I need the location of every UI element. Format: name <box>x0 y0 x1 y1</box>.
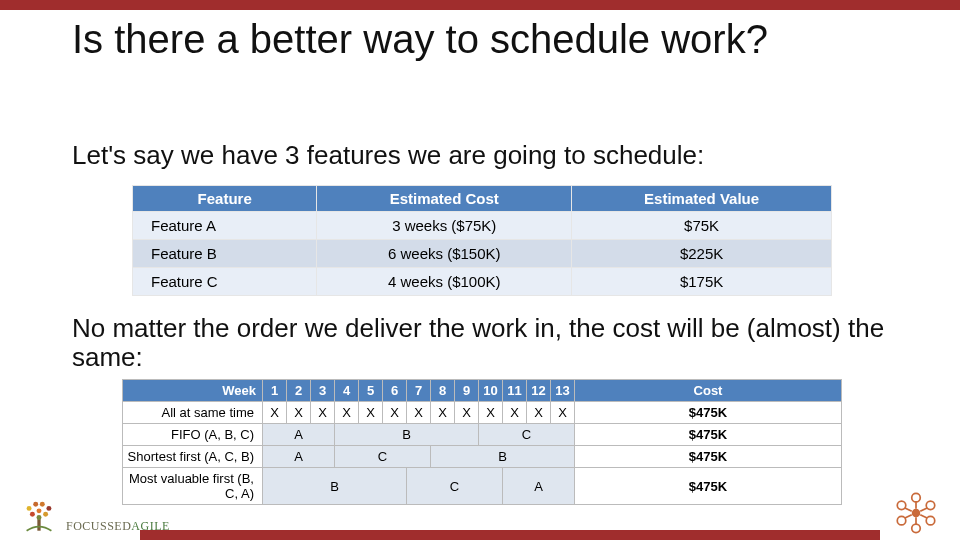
schedule-segment: B <box>335 424 479 446</box>
table-row: Feature A 3 weeks ($75K) $75K <box>133 212 832 240</box>
svg-point-6 <box>33 502 38 507</box>
schedule-cell: X <box>503 402 527 424</box>
page-title: Is there a better way to schedule work? <box>72 18 892 60</box>
row-label: All at same time <box>123 402 263 424</box>
schedule-segment: A <box>263 424 335 446</box>
svg-point-3 <box>43 512 48 517</box>
feature-table: Feature Estimated Cost Estimated Value F… <box>132 185 832 296</box>
schedule-segment: C <box>335 446 431 468</box>
week-col: 4 <box>335 380 359 402</box>
col-est-cost: Estimated Cost <box>317 186 572 212</box>
schedule-segment: B <box>431 446 575 468</box>
schedule-row: FIFO (A, B, C)ABC$475K <box>123 424 842 446</box>
schedule-segment: A <box>263 446 335 468</box>
week-col: 13 <box>551 380 575 402</box>
svg-point-11 <box>926 501 935 510</box>
week-col: 1 <box>263 380 287 402</box>
brand-word-2: AGILE <box>131 519 170 533</box>
week-col: 2 <box>287 380 311 402</box>
brand-right-icon <box>890 490 942 536</box>
week-col: 8 <box>431 380 455 402</box>
row-cost: $475K <box>575 446 842 468</box>
schedule-cell: X <box>383 402 407 424</box>
schedule-header: Week 1 2 3 4 5 6 7 8 9 10 11 12 13 <box>123 380 842 402</box>
schedule-segment: B <box>263 468 407 505</box>
cell-cost: 3 weeks ($75K) <box>317 212 572 240</box>
schedule-cell: X <box>455 402 479 424</box>
row-label: Shortest first (A, C, B) <box>123 446 263 468</box>
cell-feature: Feature A <box>133 212 317 240</box>
schedule-row: Most valuable first (B, C, A)BCA$475K <box>123 468 842 505</box>
svg-point-4 <box>27 506 32 511</box>
week-col: 5 <box>359 380 383 402</box>
schedule-row: All at same timeXXXXXXXXXXXXX$475K <box>123 402 842 424</box>
table-row: Feature B 6 weeks ($150K) $225K <box>133 240 832 268</box>
schedule-cell: X <box>431 402 455 424</box>
cell-cost: 6 weeks ($150K) <box>317 240 572 268</box>
row-cost: $475K <box>575 424 842 446</box>
schedule-cell: X <box>407 402 431 424</box>
schedule-cell: X <box>551 402 575 424</box>
week-col: 10 <box>479 380 503 402</box>
week-label: Week <box>123 380 263 402</box>
cell-cost: 4 weeks ($100K) <box>317 268 572 296</box>
accent-top-bar <box>0 0 960 10</box>
accent-bottom-bar <box>140 530 880 540</box>
svg-rect-0 <box>37 519 40 531</box>
week-col: 3 <box>311 380 335 402</box>
brand-word-1: FOCUSSED <box>66 519 131 533</box>
schedule-table: Week 1 2 3 4 5 6 7 8 9 10 11 12 13 <box>122 379 842 505</box>
brand-left: FOCUSSEDAGILE <box>18 496 170 534</box>
schedule-cell: X <box>263 402 287 424</box>
svg-point-15 <box>897 501 906 510</box>
cell-value: $225K <box>572 240 832 268</box>
cell-feature: Feature C <box>133 268 317 296</box>
week-col: 9 <box>455 380 479 402</box>
svg-point-5 <box>46 506 51 511</box>
week-col: 11 <box>503 380 527 402</box>
svg-point-8 <box>37 515 42 520</box>
svg-point-13 <box>912 524 921 533</box>
intro-text: Let's say we have 3 features we are goin… <box>72 140 892 171</box>
svg-point-2 <box>30 512 35 517</box>
table-row: Feature C 4 weeks ($100K) $175K <box>133 268 832 296</box>
schedule-segment: C <box>407 468 503 505</box>
schedule-row: Shortest first (A, C, B)ACB$475K <box>123 446 842 468</box>
brand-text: FOCUSSEDAGILE <box>66 519 170 534</box>
schedule-cell: X <box>527 402 551 424</box>
week-col: 7 <box>407 380 431 402</box>
footer: FOCUSSEDAGILE <box>0 514 960 540</box>
schedule-cell: X <box>311 402 335 424</box>
col-est-value: Estimated Value <box>572 186 832 212</box>
schedule-cell: X <box>359 402 383 424</box>
cell-value: $175K <box>572 268 832 296</box>
svg-point-10 <box>912 493 921 502</box>
schedule-cell: X <box>287 402 311 424</box>
tree-icon <box>18 496 60 534</box>
svg-point-1 <box>37 508 42 513</box>
week-col: 12 <box>527 380 551 402</box>
row-cost: $475K <box>575 402 842 424</box>
row-cost: $475K <box>575 468 842 505</box>
schedule-segment: C <box>479 424 575 446</box>
schedule-segment: A <box>503 468 575 505</box>
cell-feature: Feature B <box>133 240 317 268</box>
second-text: No matter the order we deliver the work … <box>72 314 892 371</box>
svg-point-14 <box>897 516 906 525</box>
cost-label: Cost <box>575 380 842 402</box>
week-col: 6 <box>383 380 407 402</box>
svg-point-9 <box>912 509 921 518</box>
svg-point-12 <box>926 516 935 525</box>
schedule-cell: X <box>335 402 359 424</box>
col-feature: Feature <box>133 186 317 212</box>
svg-point-7 <box>40 502 45 507</box>
row-label: FIFO (A, B, C) <box>123 424 263 446</box>
schedule-cell: X <box>479 402 503 424</box>
cell-value: $75K <box>572 212 832 240</box>
